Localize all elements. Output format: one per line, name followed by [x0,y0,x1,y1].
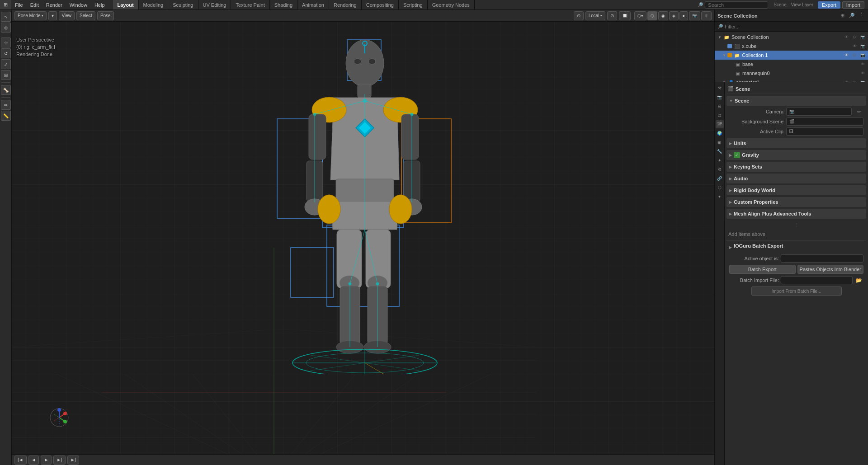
eye-icon-coll1[interactable]: 👁 [843,52,850,59]
tree-item-character1[interactable]: ▼ 👤 character1 👁 ⊙ 📷 [715,78,868,82]
eye-icon-base[interactable]: 👁 [859,61,866,68]
prop-tab-scene[interactable]: 🎬 [716,120,724,128]
tab-layout[interactable]: Layout [113,0,139,9]
batch-import-browse[interactable]: 📂 [854,276,863,284]
tool-annotate[interactable]: ✏ [1,100,11,110]
tab-animation[interactable]: Animation [297,0,329,9]
tab-scripting[interactable]: Scripting [399,0,428,9]
outliner-options[interactable]: ⋮ [857,12,865,20]
prop-tab-particles[interactable]: ✦ [716,156,724,164]
render-icon-scene[interactable]: 📷 [859,33,866,41]
prop-tab-object[interactable]: ▣ [716,138,724,146]
section-gravity-header[interactable]: ▶ ✓ Gravity [726,150,866,160]
menu-render[interactable]: Render [42,0,66,9]
paste-objects-button[interactable]: Pastes Objects Into Blender [797,265,864,274]
tree-item-base[interactable]: ▣ base 👁 [715,60,868,69]
viewport-snap[interactable]: 🔲 [619,11,631,20]
restrict-icon-coll1[interactable]: ⊙ [851,52,858,59]
viewport-local-space[interactable]: Local ▾ [585,11,605,20]
viewport-shading-render[interactable]: ● [679,11,688,20]
tab-rendering[interactable]: Rendering [329,0,362,9]
viewport-transform-pivot[interactable]: ⊙ [574,11,584,20]
outliner-search-input[interactable] [725,24,865,29]
eye-icon-char1[interactable]: 👁 [843,79,850,82]
section-scene-header[interactable]: ▼ Scene [726,96,866,106]
timeline-end[interactable]: ►| [67,456,80,465]
tree-arrow-char1[interactable]: ▼ [721,79,727,82]
tool-rotate[interactable]: ↺ [1,48,11,58]
camera-eyedropper[interactable]: ✏ [854,108,863,116]
viewport-shading-wire[interactable]: ⬡ [647,11,657,20]
viewport-toggle-panel[interactable]: ⏸ [701,11,712,20]
section-keying-sets-header[interactable]: ▶ Keying Sets [726,162,866,172]
section-rigid-body-header[interactable]: ▶ Rigid Body World [726,185,866,195]
section-mesh-align-header[interactable]: ▶ Mesh Align Plus Advanced Tools [726,209,866,219]
render-icon-coll1[interactable]: 📷 [859,52,866,59]
render-icon-char1[interactable]: 📷 [859,79,866,82]
viewport-view-menu[interactable]: View [59,11,75,20]
section-custom-props-header[interactable]: ▶ Custom Properties [726,197,866,207]
viewport-gizmo[interactable] [48,406,71,429]
global-search[interactable] [705,1,768,9]
timeline-next[interactable]: ►| [53,456,66,465]
tab-geometry-nodes[interactable]: Geometry Nodes [428,0,475,9]
tab-compositing[interactable]: Compositing [362,0,399,9]
timeline-prev[interactable]: ◄ [28,456,39,465]
prop-tab-active-tool[interactable]: ⚒ [716,84,724,92]
prop-tab-output[interactable]: 🖨 [716,102,724,110]
3d-viewport-canvas[interactable]: User Perspective (0) rig: c_arm_fk.l Ren… [12,22,714,465]
menu-edit[interactable]: Edit [27,0,42,9]
tool-cursor[interactable]: ⊕ [1,23,11,33]
tool-scale[interactable]: ⤢ [1,59,11,69]
menu-file[interactable]: File [11,0,27,9]
eye-icon-scene[interactable]: 👁 [843,33,850,41]
prop-tab-constraints[interactable]: 🔗 [716,174,724,183]
tree-item-xcube[interactable]: ⬛ x.cube 👁 📷 [715,42,868,51]
tool-measure[interactable]: 📏 [1,111,11,121]
outliner-filter[interactable]: ⊞ [838,12,846,20]
viewport-shading-solid[interactable]: ◉ [658,11,668,20]
viewport-camera[interactable]: 📷 [689,11,700,20]
batch-import-value[interactable] [781,276,853,284]
tab-texture-paint[interactable]: Texture Paint [231,0,269,9]
add-items-above[interactable]: Add items above [726,229,866,239]
restrict-icon-scene[interactable]: ⊙ [851,33,858,41]
outliner-search-icon[interactable]: 🔎 [848,12,856,20]
prop-tab-render[interactable]: 📷 [716,93,724,101]
tool-move[interactable]: ⊹ [1,38,11,47]
render-icon-xcube[interactable]: 📷 [859,42,866,50]
gravity-checkbox[interactable]: ✓ [734,152,740,158]
bg-scene-value[interactable]: 🎬 [786,117,863,126]
eye-icon-xcube[interactable]: 👁 [851,42,858,50]
tree-arrow-scene[interactable]: ▼ [717,34,723,40]
tab-uv-editing[interactable]: UV Editing [198,0,231,9]
restrict-icon-char1[interactable]: ⊙ [851,79,858,82]
export-button[interactable]: Export [818,1,840,9]
blender-logo[interactable]: ⊞ [0,0,11,9]
tab-modeling[interactable]: Modeling [139,0,169,9]
batch-export-header[interactable]: ▶ IOGuru Batch Export [729,243,863,251]
timeline-start[interactable]: |◄ [14,456,27,465]
prop-tab-world[interactable]: 🌍 [716,129,724,137]
prop-tab-physics[interactable]: ⚙ [716,165,724,174]
tool-pose[interactable]: 🦴 [1,85,11,95]
prop-tab-modifier[interactable]: 🔧 [716,147,724,155]
viewport-overlay[interactable]: ⬡▾ [634,11,646,20]
import-from-batch-button[interactable]: Import From Batch File... [751,287,842,296]
tool-transform[interactable]: ⊞ [1,70,11,80]
tab-sculpting[interactable]: Sculpting [168,0,198,9]
tab-shading[interactable]: Shading [270,0,297,9]
tree-arrow-coll1[interactable]: ▼ [721,52,727,58]
viewport-select-menu[interactable]: Select [76,11,95,20]
viewport-shading-mat[interactable]: ◈ [669,11,679,20]
tree-item-mannequin0[interactable]: ▣ mannequin0 👁 [715,69,868,78]
active-clip-value[interactable]: 🎞 [786,127,863,136]
viewport-pose-menu[interactable]: Pose [97,11,114,20]
tree-item-scene-collection[interactable]: ▼ 📁 Scene Collection 👁 ⊙ 📷 [715,33,868,42]
section-units-header[interactable]: ▶ Units [726,138,866,148]
viewport-mode-selector[interactable]: Pose Mode ▾ [14,11,47,20]
prop-tab-material[interactable]: ● [716,193,724,201]
prop-tab-viewlayer[interactable]: 🗂 [716,111,724,119]
menu-help[interactable]: Help [91,0,108,9]
section-audio-header[interactable]: ▶ Audio [726,174,866,183]
